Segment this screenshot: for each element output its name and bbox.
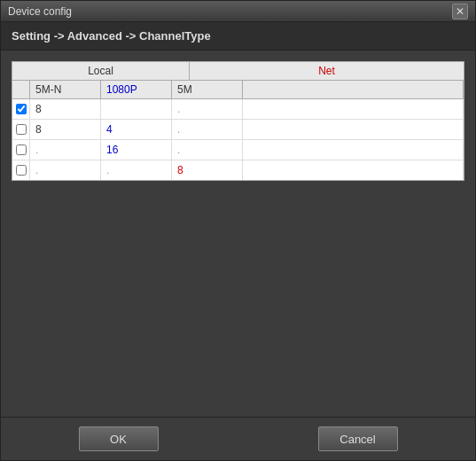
table-row: . . 8 [12, 160, 464, 180]
cell-1-extra [243, 99, 464, 119]
cell-3-extra [243, 140, 464, 160]
row-checkbox-2[interactable] [12, 120, 30, 139]
section-net: Net [190, 62, 464, 80]
cell-4-extra [243, 160, 464, 180]
table-row: . 16 . [12, 140, 464, 160]
title-bar: Device config ✕ [1, 1, 475, 22]
cancel-button[interactable]: Cancel [318, 426, 398, 451]
breadcrumb: Setting -> Advanced -> ChannelType [1, 22, 475, 51]
cell-4-5m: 8 [172, 160, 243, 180]
checkbox-3[interactable] [16, 145, 27, 155]
close-button[interactable]: ✕ [452, 4, 468, 20]
cell-2-extra [243, 120, 464, 139]
col-header-5mn: 5M-N [30, 81, 101, 98]
checkbox-2[interactable] [16, 124, 27, 135]
cell-1-1080p [101, 99, 172, 119]
cell-3-1080p: 16 [101, 140, 172, 160]
cell-4-5mn: . [30, 160, 101, 180]
checkbox-4[interactable] [16, 165, 27, 176]
row-checkbox-1[interactable] [12, 99, 30, 119]
row-checkbox-3[interactable] [12, 140, 30, 160]
checkbox-col-header [12, 81, 30, 98]
col-header-5m: 5M [172, 81, 243, 98]
cell-2-5m: . [172, 120, 243, 139]
table-row: 8 4 . [12, 120, 464, 140]
cell-3-5m: . [172, 140, 243, 160]
content-area: Local Net 5M-N 1080P 5M 8 . [1, 51, 475, 417]
ok-button[interactable]: OK [79, 426, 159, 451]
channel-type-table: Local Net 5M-N 1080P 5M 8 . [12, 61, 464, 181]
row-checkbox-4[interactable] [12, 160, 30, 180]
table-section-headers: Local Net 5M-N 1080P 5M [12, 62, 464, 99]
window-title: Device config [8, 5, 72, 18]
table-row: 8 . [12, 99, 464, 120]
cell-1-5m: . [172, 99, 243, 119]
cell-2-5mn: 8 [30, 120, 101, 139]
cell-4-1080p: . [101, 160, 172, 180]
col-header-1080p: 1080P [101, 81, 172, 98]
section-local: Local [12, 62, 190, 80]
device-config-window: Device config ✕ Setting -> Advanced -> C… [0, 0, 476, 461]
cell-3-5mn: . [30, 140, 101, 160]
cell-1-5mn: 8 [30, 99, 101, 119]
footer: OK Cancel [1, 417, 475, 460]
cell-2-1080p: 4 [101, 120, 172, 139]
checkbox-1[interactable] [16, 104, 27, 114]
col-header-extra [243, 81, 464, 98]
col-headers-row: 5M-N 1080P 5M [12, 81, 464, 99]
